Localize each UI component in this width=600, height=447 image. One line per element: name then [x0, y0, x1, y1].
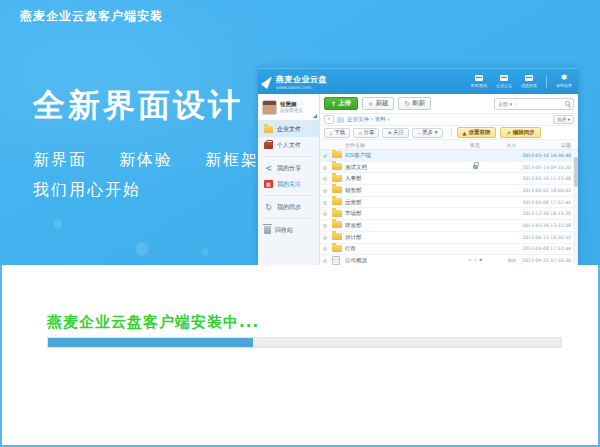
logo-name: 燕麦企业云盘 [276, 74, 327, 85]
app-preview-header: 燕麦企业云盘 www.oatos.com 即时通讯企业公告消息列表✱管理设置 [258, 68, 578, 94]
download-icon: ↓ [329, 130, 333, 136]
sidebar-item-label: 我的关注 [277, 180, 301, 189]
plus-icon: + [368, 100, 373, 108]
search-input: 全部 ▾ [494, 98, 574, 110]
folder-icon [332, 151, 342, 158]
briefcase-icon [264, 142, 273, 149]
folder-icon [332, 198, 342, 205]
row-icon-cell [332, 175, 345, 183]
primary-toolbar: ↑上传 +新建 ↻刷新 全部 ▾ [320, 94, 578, 114]
search-filter-dropdown: 全部 ▾ [498, 101, 516, 107]
table-row: 销售部2013-06-02 18:00:02 [320, 185, 578, 197]
file-date: 2013-06-15 18:30:52 [516, 235, 578, 240]
chat-icon [475, 75, 483, 81]
app-sidebar: 张慧娴 超级管理员 企业文件个人文件<我的分享R我的关注↻我的同步回收站 [258, 94, 320, 265]
hero-headline: 全新界面设计 [33, 84, 291, 128]
upload-button: ↑上传 [324, 97, 358, 110]
size-column-header: 大小 [492, 142, 516, 148]
row-select-mark [323, 222, 332, 229]
status-column-header: 状态 [458, 142, 492, 148]
gear-icon: ✱ [561, 75, 568, 81]
file-date: 2013-05-16 11:22:08 [516, 176, 578, 181]
folder-icon [332, 221, 342, 228]
sort-dropdown: 排序 ▾ [553, 115, 574, 124]
trash-icon [264, 226, 271, 234]
sidebar-item-label: 个人文件 [277, 141, 301, 150]
hero-features: 新界面新体验新框架 [33, 150, 291, 171]
more-icon: − [417, 130, 421, 136]
install-progress-fill [48, 338, 253, 347]
row-radio-icon [323, 224, 327, 228]
window-title: 燕麦企业云盘客户端安装 [20, 8, 163, 25]
permission-button: ▲设置权限 [457, 127, 497, 138]
user-block: 张慧娴 超级管理员 [258, 94, 319, 121]
refresh-button: ↻刷新 [398, 97, 430, 110]
file-date: 2013-05-08 17:52:44 [516, 200, 578, 205]
row-radio-icon [323, 189, 327, 193]
folder-icon [332, 233, 342, 240]
app-preview-body: 张慧娴 超级管理员 企业文件个人文件<我的分享R我的关注↻我的同步回收站 ↑上传… [258, 94, 578, 265]
header-action: 企业公告 [496, 75, 512, 88]
row-icon-cell [332, 151, 345, 159]
back-button: ‹ [324, 115, 334, 124]
table-row: 市场部2013-12-30 18:15:20 [320, 208, 578, 220]
file-name: iOS客户端 [345, 152, 458, 159]
user-meta: 张慧娴 超级管理员 [280, 101, 303, 113]
row-icon-cell [332, 198, 345, 206]
install-progress-bar [47, 337, 562, 348]
share-button: <分享 [353, 128, 379, 138]
file-status: ↳<▪ [458, 258, 492, 263]
follow-icon: ⚑ [387, 130, 391, 136]
table-row: 运营部2013-05-08 17:52:44 [320, 197, 578, 209]
row-radio-icon [323, 247, 327, 251]
sync-icon: ↻ [264, 203, 273, 211]
header-action-label: 即时通讯 [471, 83, 487, 88]
install-panel: 燕麦企业云盘客户端安装中... [0, 265, 600, 447]
row-select-mark [323, 187, 332, 194]
file-list: ✓iOS客户端2013-05-16 14:36:40测试文档2013-05-14… [320, 150, 578, 265]
breadcrumb-row: ‹ 企业文件 › 资料 › 排序 ▾ [320, 114, 578, 126]
folder-icon [332, 163, 342, 170]
avatar [262, 100, 277, 115]
file-date: 2013-12-30 18:15:20 [516, 211, 578, 216]
logo-text: 燕麦企业云盘 www.oatos.com [276, 74, 327, 90]
refresh-label: 刷新 [412, 99, 425, 108]
file-name: 行政 [345, 245, 458, 252]
header-action: 即时通讯 [471, 75, 487, 88]
folder-icon [332, 175, 342, 182]
folder-icon [264, 126, 273, 133]
row-select-mark [323, 210, 332, 217]
file-name: 研发部 [345, 222, 458, 229]
file-name: 销售部 [345, 187, 458, 194]
share-label: 分享 [363, 129, 374, 136]
app-content: ↑上传 +新建 ↻刷新 全部 ▾ ‹ 企业文件 › 资料 › 排序 ▾ [320, 94, 578, 265]
follow-button: ⚑关注 [382, 128, 408, 138]
row-icon-cell [332, 256, 345, 265]
row-icon-cell [332, 163, 345, 171]
row-icon-cell [332, 245, 345, 253]
header-separator [546, 75, 547, 89]
file-name: 设计部 [345, 234, 458, 241]
upload-icon: ↑ [331, 100, 336, 107]
row-select-mark [323, 245, 332, 252]
scrollbar-thumb [574, 157, 578, 187]
upload-label: 上传 [338, 99, 351, 108]
table-row: ✓iOS客户端2013-05-16 14:36:40 [320, 150, 578, 162]
file-name: 测试文档 [345, 164, 458, 171]
app-preview-screenshot: 燕麦企业云盘 www.oatos.com 即时通讯企业公告消息列表✱管理设置 张… [258, 68, 578, 265]
file-date: 2013-05-14 09:10:20 [516, 165, 578, 170]
screen-icon [500, 75, 508, 81]
row-radio-icon [323, 259, 327, 263]
scrollbar [573, 151, 578, 265]
file-name: 公司概况 [345, 257, 458, 264]
table-row: 公司概况↳<▪40k2012-09-21 07:58:30 [320, 255, 578, 265]
user-name: 张慧娴 [280, 101, 303, 108]
logo-url: www.oatos.com [276, 85, 327, 90]
row-icon-cell [332, 221, 345, 229]
sync-edit-button: ↗编辑同步 [500, 127, 540, 138]
file-status [458, 165, 492, 169]
sidebar-item-trash: 回收站 [258, 222, 319, 238]
row-radio-icon [323, 177, 327, 181]
row-select-mark [323, 175, 332, 182]
row-select-mark [323, 199, 332, 206]
